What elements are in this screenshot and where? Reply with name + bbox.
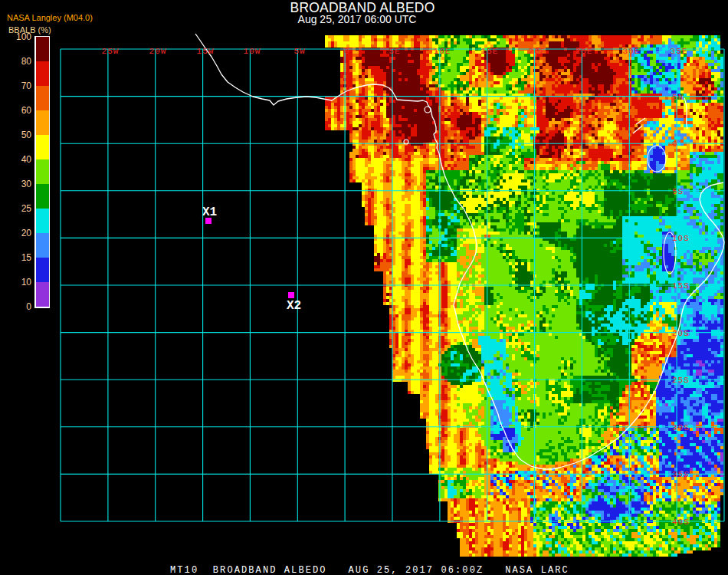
svg-text:5W: 5W [293, 47, 305, 56]
svg-text:20E: 20E [529, 47, 546, 56]
svg-text:25E: 25E [576, 47, 593, 56]
svg-text:0: 0 [344, 47, 350, 56]
svg-text:5S: 5S [672, 187, 684, 196]
svg-text:30: 30 [21, 179, 32, 189]
svg-text:MT10 BROADBAND ALBEDO AUG 2: MT10 BROADBAND ALBEDO AUG 25, 2017 06:00… [170, 565, 569, 575]
svg-text:25S: 25S [672, 376, 690, 385]
svg-text:35E: 35E [671, 47, 688, 56]
svg-text:35S: 35S [672, 470, 690, 479]
svg-text:X1: X1 [202, 205, 217, 219]
svg-text:10E: 10E [434, 47, 451, 56]
svg-text:30S: 30S [672, 423, 690, 432]
svg-text:15W: 15W [197, 47, 215, 56]
svg-text:15E: 15E [481, 47, 499, 56]
svg-text:15S: 15S [672, 281, 690, 291]
svg-text:5N: 5N [672, 93, 684, 102]
svg-text:10: 10 [21, 277, 32, 288]
svg-text:30E: 30E [623, 47, 641, 56]
svg-text:0: 0 [672, 140, 678, 149]
svg-text:X2: X2 [287, 299, 301, 313]
svg-text:40S: 40S [672, 518, 690, 527]
svg-text:20S: 20S [672, 329, 690, 338]
svg-text:25W: 25W [102, 47, 120, 56]
svg-text:60: 60 [21, 105, 32, 116]
svg-text:50: 50 [21, 130, 32, 140]
svg-text:40: 40 [21, 154, 32, 165]
svg-text:NASA Langley (M04.0): NASA Langley (M04.0) [7, 13, 93, 22]
svg-text:20W: 20W [149, 47, 167, 56]
svg-text:10S: 10S [672, 234, 690, 243]
svg-text:10W: 10W [244, 47, 261, 56]
svg-text:Aug 25, 2017 06:00 UTC: Aug 25, 2017 06:00 UTC [298, 13, 417, 25]
svg-text:0: 0 [26, 301, 31, 312]
svg-text:BBALB (%): BBALB (%) [8, 25, 51, 34]
svg-text:5E: 5E [389, 47, 400, 56]
svg-text:20: 20 [21, 228, 32, 238]
svg-text:15: 15 [21, 252, 32, 263]
svg-text:70: 70 [21, 80, 32, 91]
svg-text:80: 80 [21, 56, 32, 67]
svg-text:25: 25 [21, 203, 32, 214]
